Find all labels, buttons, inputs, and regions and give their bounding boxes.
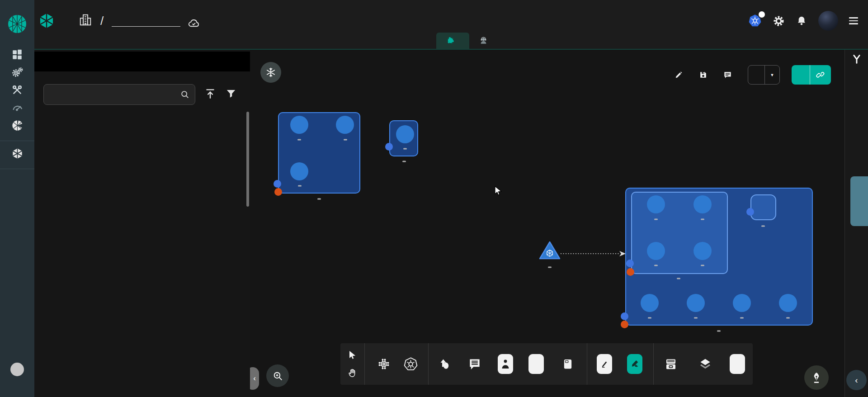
chevron-left-button[interactable]: ‹ — [846, 370, 867, 390]
breadcrumb-separator: / — [100, 14, 104, 28]
kanvas-mesh-logo-icon[interactable] — [8, 14, 27, 33]
help-tool[interactable] — [730, 354, 745, 374]
top-bar: / — [34, 0, 868, 50]
sketch-tool-active[interactable] — [627, 354, 642, 374]
pen-mode-button[interactable] — [804, 365, 829, 390]
mesh-icon[interactable] — [10, 118, 24, 132]
node-label — [694, 317, 698, 319]
filter-icon[interactable] — [225, 88, 237, 101]
group-label — [402, 161, 406, 162]
pod-node[interactable] — [290, 162, 308, 180]
actions-caret-icon[interactable]: ▼ — [765, 73, 779, 77]
rail-divider — [0, 169, 34, 169]
merge-y-icon[interactable] — [850, 53, 863, 67]
drawer-tool[interactable] — [663, 354, 679, 374]
search-input[interactable] — [43, 84, 195, 105]
kanvas-brand[interactable] — [39, 13, 59, 29]
rail-divider — [0, 141, 34, 141]
media-tool[interactable] — [498, 354, 513, 374]
layers-tool[interactable] — [697, 354, 713, 374]
error-badge[interactable] — [621, 321, 628, 328]
kanvas-hexagon-logo-icon — [39, 13, 54, 29]
group-label — [677, 278, 680, 279]
node-spec[interactable] — [750, 194, 776, 220]
pod-node[interactable] — [687, 294, 705, 312]
pencil-icon — [675, 71, 683, 79]
menu-icon[interactable] — [849, 17, 858, 24]
pod-node[interactable] — [733, 294, 751, 312]
api-components-tool[interactable] — [376, 354, 392, 374]
publish-icon[interactable] — [204, 88, 216, 101]
collapse-panel-button[interactable]: ‹ — [250, 367, 259, 390]
kubernetes-connection-button[interactable] — [748, 14, 762, 28]
pod-node[interactable] — [396, 125, 414, 143]
lifecycle-gears-icon[interactable] — [10, 66, 24, 79]
error-badge[interactable] — [627, 268, 634, 276]
zoom-in-button[interactable] — [266, 364, 289, 387]
rail-nav — [0, 48, 34, 175]
group-label — [317, 198, 321, 200]
dock-toggle-button[interactable] — [260, 62, 281, 83]
edge-wordpress-to-deployment[interactable] — [560, 249, 627, 257]
shapes-tool[interactable] — [436, 354, 453, 374]
new-button[interactable] — [675, 71, 687, 79]
notifications-bell-icon[interactable] — [796, 15, 807, 27]
feedback-tab[interactable] — [850, 176, 868, 226]
kubernetes-mini-badge[interactable] — [626, 260, 634, 267]
node-label — [344, 139, 347, 141]
node-label — [701, 219, 704, 220]
node-label — [654, 265, 658, 266]
kubernetes-mini-badge[interactable] — [274, 180, 281, 188]
comment-tool[interactable] — [467, 354, 483, 374]
mouse-cursor — [493, 185, 503, 196]
designs-scrollbar[interactable] — [246, 112, 249, 207]
service-node-wordpress[interactable] — [538, 241, 561, 262]
design-name-input[interactable] — [112, 16, 180, 27]
group-node-spec-template-spec[interactable] — [631, 192, 728, 274]
configuration-tools-icon[interactable] — [10, 83, 24, 97]
user-avatar[interactable] — [818, 11, 838, 31]
select-tool[interactable] — [344, 350, 360, 361]
designs-panel — [34, 50, 250, 397]
pan-hand-tool[interactable] — [344, 367, 360, 378]
actions-button[interactable]: ▼ — [748, 65, 780, 85]
pod-node[interactable] — [693, 242, 712, 260]
save-as-button[interactable] — [699, 71, 712, 79]
tab-design[interactable] — [436, 33, 469, 49]
share-button[interactable] — [792, 65, 831, 85]
group-label — [717, 331, 721, 332]
text-tool[interactable] — [528, 354, 544, 374]
organization-icon[interactable] — [79, 13, 92, 28]
dashboard-icon[interactable] — [10, 48, 24, 61]
search-icon[interactable] — [180, 90, 190, 101]
pod-node[interactable] — [647, 195, 665, 213]
right-rail: ‹ — [844, 50, 868, 397]
kubernetes-components-tool[interactable] — [402, 354, 419, 374]
performance-gauge-icon[interactable] — [10, 101, 24, 114]
comments-button[interactable] — [723, 71, 736, 79]
design-pinwheel-icon — [446, 36, 455, 45]
note-tool[interactable] — [560, 354, 576, 374]
pod-node[interactable] — [779, 294, 797, 312]
comment-icon — [723, 71, 732, 79]
annotate-pen-tool[interactable] — [597, 354, 612, 374]
kubernetes-mini-badge[interactable] — [621, 312, 628, 320]
design-canvas[interactable]: ▼ — [250, 50, 844, 397]
kubernetes-badge-count — [758, 10, 766, 19]
error-badge[interactable] — [274, 188, 282, 196]
node-label — [761, 226, 765, 227]
kubernetes-mini-badge[interactable] — [746, 208, 754, 216]
left-rail — [0, 0, 34, 397]
kanvas-hexagon-rail-icon[interactable] — [10, 147, 24, 160]
settings-gear-icon[interactable] — [773, 15, 785, 27]
pod-node[interactable] — [641, 294, 659, 312]
pod-node[interactable] — [647, 242, 665, 260]
pod-node[interactable] — [693, 195, 712, 213]
tab-operate[interactable] — [469, 33, 502, 49]
pod-node[interactable] — [336, 116, 354, 134]
pod-node[interactable] — [290, 116, 308, 134]
copy-link-icon[interactable] — [810, 71, 831, 80]
kubernetes-mini-badge[interactable] — [385, 143, 393, 151]
help-button[interactable] — [10, 363, 24, 376]
node-label — [654, 219, 658, 220]
